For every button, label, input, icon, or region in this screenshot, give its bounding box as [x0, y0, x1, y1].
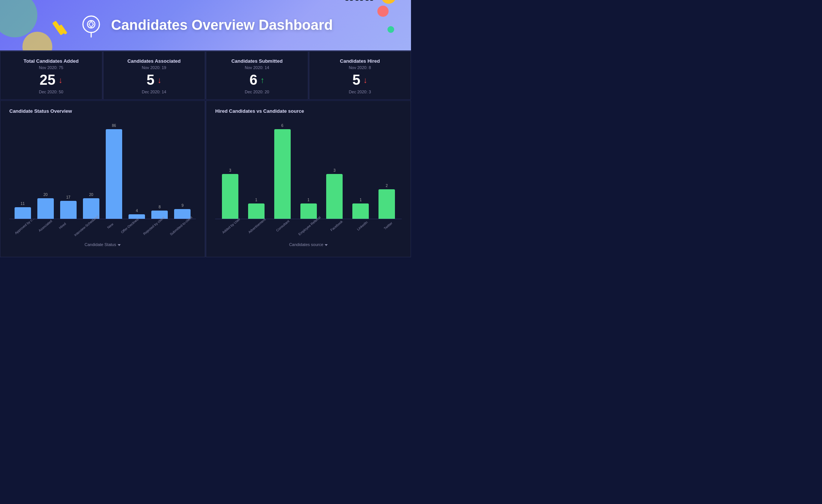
arrow-down-icon: ↓ — [58, 75, 62, 85]
metric-main-value: 5 — [146, 72, 154, 88]
figure-group — [345, 0, 374, 1]
bar-rect — [151, 211, 168, 219]
bar-rect — [326, 174, 343, 219]
chevron-down-icon — [118, 244, 121, 246]
bar-group: 1 — [296, 198, 322, 219]
chart-x-axis-title[interactable]: Candidate Status — [9, 242, 196, 247]
metric-card-3: Candidates Hired Nov 2020: 8 5 ↓ Dec 202… — [309, 51, 411, 100]
bar-rect — [15, 207, 31, 219]
status-chart-panel: Candidate Status Overview 11 20 17 20 86… — [0, 100, 205, 257]
figure-2 — [355, 0, 364, 1]
metric-title: Candidates Submitted — [214, 58, 300, 64]
bar-chart-bars: 11 20 17 20 86 4 8 9 — [9, 120, 196, 219]
source-chart-title: Hired Candidates vs Candidate source — [215, 108, 402, 114]
svg-marker-3 — [89, 21, 93, 27]
bar-value-label: 86 — [112, 124, 116, 128]
svg-point-0 — [83, 16, 99, 32]
metric-curr-value: Dec 2020: 20 — [214, 90, 300, 94]
metric-main-value: 5 — [352, 72, 360, 88]
chart-x-axis-title[interactable]: Candidates source — [215, 242, 402, 247]
bar-x-label: Offer-Declined — [120, 217, 139, 234]
metric-curr-value: Dec 2020: 50 — [8, 90, 95, 94]
bar-group: 6 — [269, 124, 296, 219]
bar-value-label: 1 — [359, 198, 362, 202]
bar-x-labels: Approved by c...AssociatedHiredInterview… — [9, 219, 196, 228]
header-icon — [78, 12, 104, 38]
bar-rect — [274, 129, 291, 219]
bar-x-label: Approved by c... — [14, 217, 35, 235]
metric-title: Candidates Hired — [317, 58, 404, 64]
bar-group: 3 — [217, 168, 243, 219]
bar-chart-bars: 3 1 6 1 3 1 2 — [215, 120, 402, 219]
bar-value-label: 8 — [159, 205, 161, 209]
source-chart-area: 3 1 6 1 3 1 2 Added by UserAdvertisement… — [215, 120, 402, 247]
bar-rect — [352, 203, 369, 219]
metric-prev-value: Nov 2020: 75 — [8, 65, 95, 70]
deco-circle-teal — [387, 26, 394, 33]
bar-group: 1 — [347, 198, 374, 219]
bar-value-label: 6 — [281, 124, 284, 128]
metric-card-1: Candidates Associated Nov 2020: 19 5 ↓ D… — [103, 51, 206, 100]
metric-title: Candidates Associated — [111, 58, 198, 64]
bar-x-label: Associated — [37, 219, 53, 233]
bar-value-label: 3 — [229, 168, 231, 172]
bar-group: 2 — [374, 184, 400, 219]
bar-group: 17 — [57, 195, 80, 219]
bar-rect — [378, 189, 395, 219]
bar-group: 1 — [243, 198, 269, 219]
bar-value-label: 17 — [66, 195, 70, 199]
charts-row: Candidate Status Overview 11 20 17 20 86… — [0, 100, 411, 257]
metric-title: Total Candidates Added — [8, 58, 95, 64]
bar-x-label: Rejected by client — [142, 216, 165, 236]
metric-curr-value: Dec 2020: 3 — [317, 90, 404, 94]
status-chart-title: Candidate Status Overview — [9, 108, 196, 114]
metric-value-row: 5 ↓ — [111, 72, 198, 88]
arrow-down-icon: ↓ — [363, 75, 367, 85]
metric-value-row: 6 ↑ — [214, 72, 300, 88]
bar-rect — [106, 129, 122, 219]
bar-value-label: 11 — [21, 202, 25, 206]
bar-rect — [60, 201, 77, 219]
metric-main-value: 25 — [40, 72, 55, 88]
metric-card-2: Candidates Submitted Nov 2020: 14 6 ↑ De… — [206, 51, 308, 100]
bar-group: 20 — [80, 193, 102, 219]
figure-3 — [365, 0, 374, 1]
bar-value-label: 20 — [89, 193, 93, 197]
bar-rect — [300, 203, 317, 219]
bar-group: 86 — [103, 124, 126, 219]
metric-main-value: 6 — [250, 72, 257, 88]
header-banner: Candidates Overview Dashboard — [0, 0, 411, 50]
metric-card-0: Total Candidates Added Nov 2020: 75 25 ↓… — [0, 51, 102, 100]
bar-x-label: LinkedIn — [351, 216, 373, 236]
chevron-down-icon — [325, 244, 328, 246]
bar-rect — [222, 174, 238, 219]
deco-circle-yellow — [381, 0, 396, 4]
metric-value-row: 5 ↓ — [317, 72, 404, 88]
bar-value-label: 3 — [334, 168, 336, 172]
header-title-group: Candidates Overview Dashboard — [78, 12, 333, 38]
bar-value-label: 4 — [136, 209, 138, 213]
bar-x-label: Advertisement — [246, 216, 268, 236]
arrow-down-icon: ↓ — [157, 75, 161, 85]
bar-value-label: 1 — [308, 198, 310, 202]
bar-x-label: New — [102, 219, 118, 233]
bar-group: 20 — [34, 193, 57, 219]
bar-group: 8 — [148, 205, 171, 219]
bar-rect — [37, 198, 54, 219]
bar-x-label: Added by User — [220, 216, 242, 236]
bar-x-labels: Added by UserAdvertisementConsultantEmpl… — [215, 219, 402, 228]
bar-value-label: 1 — [255, 198, 257, 202]
source-chart-panel: Hired Candidates vs Candidate source 3 1… — [206, 100, 411, 257]
metric-value-row: 25 ↓ — [8, 72, 95, 88]
bar-group: 11 — [11, 202, 34, 219]
bar-x-label: Consultant — [272, 216, 294, 236]
page-title: Candidates Overview Dashboard — [111, 17, 333, 33]
bar-value-label: 20 — [43, 193, 47, 197]
bar-rect — [248, 203, 265, 219]
metric-prev-value: Nov 2020: 14 — [214, 65, 300, 70]
metrics-row: Total Candidates Added Nov 2020: 75 25 ↓… — [0, 50, 411, 100]
metric-curr-value: Dec 2020: 14 — [111, 90, 198, 94]
bar-x-label: Twitter — [377, 216, 399, 236]
deco-circle-pink — [377, 6, 389, 17]
bar-group: 3 — [321, 168, 347, 219]
